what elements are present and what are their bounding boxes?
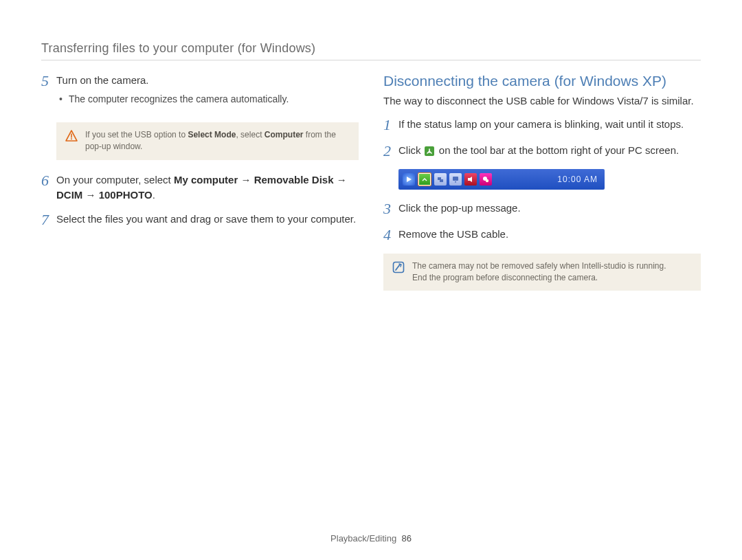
caution-bold-2: Computer [265, 130, 304, 139]
tray-network-icon [434, 173, 447, 186]
tray-misc-icon [480, 173, 492, 186]
step-6-prefix: On your computer, select [56, 174, 174, 186]
right-column: Disconnecting the camera (for Windows XP… [383, 73, 701, 303]
svg-rect-7 [440, 179, 443, 182]
footer-page-number: 86 [401, 533, 411, 544]
step-text: Remove the USB cable. [398, 227, 508, 242]
step-number: 7 [41, 212, 56, 228]
step-2: 2 Click on the tool bar at the bottom ri… [383, 143, 701, 159]
info-line-1: The camera may not be removed safely whe… [412, 261, 666, 271]
step-6-period: . [153, 189, 155, 201]
step-6-bold-1: My computer [174, 174, 238, 186]
step-text: Select the files you want and drag or sa… [56, 212, 356, 227]
tray-start-icon [403, 173, 415, 186]
step-text: On your computer, select My computer → R… [56, 172, 359, 203]
step-5-bullet: The computer recognizes the camera autom… [69, 92, 289, 106]
svg-point-12 [486, 179, 488, 182]
footer-section: Playback/Editing [330, 533, 396, 544]
step-number: 3 [383, 201, 398, 217]
step-number: 5 [41, 73, 56, 89]
info-icon [392, 260, 405, 274]
step-6-arrow-1: → [238, 174, 254, 186]
tray-display-icon [449, 173, 462, 186]
step-number: 2 [383, 143, 398, 159]
caution-note: If you set the USB option to Select Mode… [56, 122, 359, 160]
subsection-heading: Disconnecting the camera (for Windows XP… [383, 73, 701, 89]
step-2-prefix: Click [398, 144, 424, 156]
caution-text: If you set the USB option to Select Mode… [85, 129, 350, 153]
page-footer: Playback/Editing 86 [0, 533, 742, 544]
step-5-sublist: The computer recognizes the camera autom… [56, 92, 289, 106]
step-number: 6 [41, 172, 56, 189]
subsection-intro: The way to disconnect the USB cable for … [383, 93, 701, 109]
svg-marker-5 [407, 177, 412, 182]
step-text: Turn on the camera. The computer recogni… [56, 73, 289, 113]
left-column: 5 Turn on the camera. The computer recog… [41, 73, 359, 303]
step-number: 1 [383, 117, 398, 133]
caution-prefix: If you set the USB option to [85, 130, 188, 139]
step-5: 5 Turn on the camera. The computer recog… [41, 73, 359, 113]
step-text: Click on the tool bar at the bottom righ… [398, 143, 679, 158]
step-text: Click the pop-up message. [398, 201, 521, 216]
section-title: Transferring files to your computer (for… [41, 41, 701, 60]
info-note: The camera may not be removed safely whe… [383, 254, 701, 291]
svg-rect-8 [453, 177, 458, 181]
manual-page: Transferring files to your computer (for… [0, 0, 742, 560]
taskbar-clock: 10:00 AM [557, 175, 600, 184]
step-7: 7 Select the files you want and drag or … [41, 212, 359, 228]
step-6: 6 On your computer, select My computer →… [41, 172, 359, 203]
step-text: If the status lamp on your camera is bli… [398, 117, 684, 132]
step-6-bold-2: Removable Disk [254, 174, 334, 186]
two-column-layout: 5 Turn on the camera. The computer recog… [41, 73, 701, 303]
step-6-bold-4: 100PHOTO [99, 189, 153, 201]
caution-icon [65, 129, 78, 143]
step-6-arrow-2: → [334, 174, 347, 186]
info-text: The camera may not be removed safely whe… [412, 260, 666, 284]
step-number: 4 [383, 227, 398, 243]
step-2-suffix: on the tool bar at the bottom right of y… [436, 144, 679, 156]
info-line-2: End the program before disconnecting the… [412, 273, 598, 282]
step-4: 4 Remove the USB cable. [383, 227, 701, 243]
svg-point-2 [71, 138, 72, 139]
tray-safely-remove-icon [418, 172, 431, 186]
caution-bold-1: Select Mode [188, 130, 236, 139]
svg-rect-9 [455, 181, 456, 183]
caution-mid: , select [236, 130, 264, 139]
safely-remove-hardware-icon [424, 146, 436, 157]
svg-marker-10 [468, 177, 472, 182]
step-1: 1 If the status lamp on your camera is b… [383, 117, 701, 133]
step-6-arrow-3: → [82, 189, 98, 201]
windows-taskbar-illustration: 10:00 AM [398, 169, 605, 190]
step-6-bold-3: DCIM [56, 189, 82, 201]
step-5-text: Turn on the camera. [56, 74, 149, 86]
step-3: 3 Click the pop-up message. [383, 201, 701, 217]
tray-volume-icon [464, 173, 477, 186]
